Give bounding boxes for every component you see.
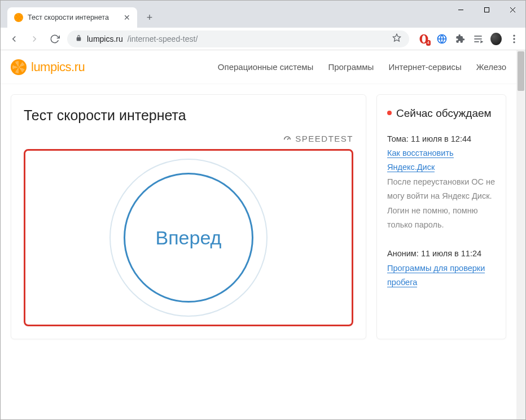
svg-point-12 — [513, 38, 515, 40]
svg-point-6 — [422, 35, 426, 42]
nav-link-programs[interactable]: Программы — [328, 62, 374, 72]
page-title: Тест скорости интернета — [24, 107, 353, 124]
svg-rect-1 — [484, 7, 489, 12]
comment-link[interactable]: Программы для проверки пробега — [387, 264, 485, 287]
go-button-label: Вперед — [156, 227, 222, 249]
close-window-button[interactable] — [499, 1, 525, 19]
logo-orange-icon — [11, 59, 27, 75]
back-button[interactable] — [6, 31, 22, 47]
profile-avatar[interactable] — [490, 33, 502, 45]
gauge-icon — [283, 134, 292, 143]
scrollbar-thumb[interactable] — [518, 51, 524, 91]
close-tab-icon[interactable]: ✕ — [124, 13, 130, 22]
avatar-icon — [490, 33, 502, 45]
svg-point-11 — [513, 34, 515, 36]
favicon-icon — [14, 13, 23, 22]
comment-meta: Тома: 11 июля в 12:44 — [387, 132, 496, 146]
reading-list-icon[interactable] — [472, 33, 484, 45]
extension-badge: 4 — [426, 40, 431, 46]
minimize-button[interactable] — [448, 1, 474, 19]
logo-text: lumpics.ru — [31, 60, 85, 75]
main-nav: Операционные системы Программы Интернет-… — [218, 62, 506, 72]
speedtest-brand: SPEEDTEST — [24, 134, 353, 143]
extension-icons: 4 — [414, 33, 520, 45]
tab-title: Тест скорости интернета — [28, 14, 119, 21]
extension-opera-icon[interactable]: 4 — [418, 33, 429, 45]
red-dot-icon — [387, 111, 392, 115]
comment-item: Тома: 11 июля в 12:44 Как восстановить Я… — [387, 132, 496, 233]
svg-point-13 — [513, 41, 515, 43]
url-path: /internet-speed-test/ — [128, 34, 198, 43]
lock-icon — [75, 34, 82, 43]
nav-link-hardware[interactable]: Железо — [476, 62, 506, 72]
site-logo[interactable]: lumpics.ru — [11, 59, 85, 75]
sidebar-title: Сейчас обсуждаем — [387, 106, 496, 121]
comment-item: Аноним: 11 июля в 11:24 Программы для пр… — [387, 247, 496, 290]
forward-button[interactable] — [27, 31, 42, 47]
comment-meta: Аноним: 11 июля в 11:24 — [387, 247, 496, 261]
svg-line-14 — [287, 138, 289, 139]
main-panel: Тест скорости интернета SPEEDTEST Вперед — [11, 94, 366, 339]
scrollbar-track[interactable] — [516, 50, 525, 420]
menu-button[interactable] — [509, 33, 520, 45]
browser-tab[interactable]: Тест скорости интернета ✕ — [7, 7, 137, 28]
sidebar-panel: Сейчас обсуждаем Тома: 11 июля в 12:44 К… — [376, 94, 506, 339]
go-circle-inner: Вперед — [124, 173, 253, 303]
reload-button[interactable] — [47, 31, 63, 47]
bookmark-star-icon[interactable] — [392, 33, 401, 44]
extension-globe-icon[interactable] — [436, 33, 448, 45]
window-controls — [448, 1, 525, 19]
comment-link[interactable]: Как восстановить Яндекс.Диск — [387, 148, 454, 172]
nav-link-os[interactable]: Операционные системы — [218, 62, 314, 72]
sidebar-title-text: Сейчас обсуждаем — [396, 106, 492, 121]
highlight-annotation: Вперед — [24, 149, 353, 326]
svg-marker-4 — [393, 34, 400, 41]
speedtest-go-button[interactable]: Вперед — [109, 159, 268, 317]
speedtest-brand-text: SPEEDTEST — [295, 134, 353, 143]
new-tab-button[interactable]: + — [142, 10, 157, 25]
nav-link-services[interactable]: Интернет-сервисы — [388, 62, 461, 72]
content-row: Тест скорости интернета SPEEDTEST Вперед… — [1, 84, 516, 349]
page-viewport: lumpics.ru Операционные системы Программ… — [1, 50, 525, 420]
window-titlebar: Тест скорости интернета ✕ + — [1, 1, 525, 28]
extensions-puzzle-icon[interactable] — [454, 33, 466, 45]
site-header: lumpics.ru Операционные системы Программ… — [1, 50, 516, 84]
url-field[interactable]: lumpics.ru/internet-speed-test/ — [67, 30, 409, 47]
comment-text: После переустановки ОС не могу войти на … — [387, 175, 496, 233]
maximize-button[interactable] — [474, 1, 499, 19]
url-host: lumpics.ru — [87, 34, 123, 43]
address-bar: lumpics.ru/internet-speed-test/ 4 — [1, 28, 525, 50]
